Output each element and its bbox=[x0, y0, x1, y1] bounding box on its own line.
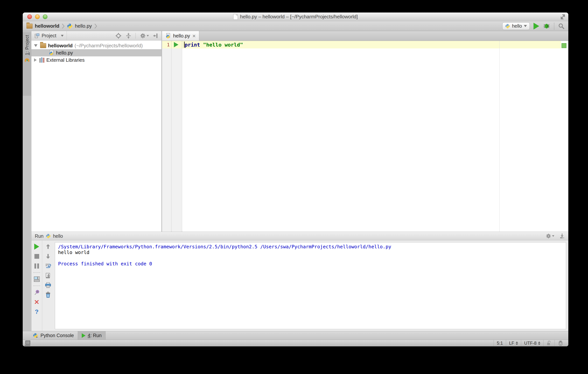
breadcrumb-project[interactable]: helloworld bbox=[35, 23, 59, 29]
tool-window-stripe: 1: Project bbox=[23, 31, 32, 331]
document-icon bbox=[233, 14, 238, 20]
run-gutter-icon[interactable] bbox=[174, 42, 178, 47]
editor-gutter bbox=[162, 41, 182, 232]
search-icon[interactable] bbox=[558, 23, 565, 29]
toolbar-separator bbox=[33, 272, 40, 273]
settings-icon[interactable] bbox=[546, 233, 554, 239]
run-panel-title: Run bbox=[35, 233, 43, 239]
run-tab[interactable]: 4: Run bbox=[78, 331, 106, 340]
run-configuration-select[interactable]: hello bbox=[502, 22, 530, 30]
hide-panel-icon[interactable] bbox=[153, 33, 158, 39]
project-tool-window-button[interactable]: 1: Project bbox=[23, 32, 32, 96]
console-line: /System/Library/Frameworks/Python.framew… bbox=[58, 244, 563, 250]
project-view-selector[interactable]: Project bbox=[32, 31, 67, 40]
python-icon bbox=[505, 24, 510, 29]
encoding-widget[interactable]: UTF-8 bbox=[521, 340, 543, 346]
down-stack-trace-button[interactable] bbox=[45, 253, 52, 259]
title-bar[interactable]: hello.py – helloworld – [~/PycharmProjec… bbox=[23, 12, 568, 21]
close-panel-button[interactable]: ✕ bbox=[33, 299, 40, 305]
minimize-window-button[interactable] bbox=[35, 14, 40, 19]
project-tool-window-label: 1: Project bbox=[25, 35, 30, 55]
expanded-arrow-icon[interactable] bbox=[34, 44, 37, 47]
inspection-profile-icon[interactable] bbox=[555, 340, 567, 346]
python-console-tab[interactable]: Python Console bbox=[29, 331, 78, 340]
window-title-group: hello.py – helloworld – [~/PycharmProjec… bbox=[233, 14, 358, 20]
tab-hello-py[interactable]: hello.py × bbox=[162, 31, 199, 41]
collapsed-arrow-icon[interactable] bbox=[34, 58, 37, 62]
run-panel-header: Run hello bbox=[32, 232, 568, 240]
locate-file-icon[interactable] bbox=[116, 33, 121, 39]
chevron-down-icon bbox=[61, 35, 63, 37]
python-file-icon bbox=[67, 23, 73, 29]
run-tab-play-icon bbox=[82, 333, 85, 338]
console-line: hello world bbox=[58, 250, 563, 255]
stop-button[interactable] bbox=[33, 253, 40, 259]
clear-all-button[interactable] bbox=[45, 292, 52, 298]
window-title: hello.py – helloworld – [~/PycharmProjec… bbox=[240, 14, 358, 20]
fullscreen-icon[interactable] bbox=[560, 14, 566, 20]
updown-arrows-icon bbox=[516, 342, 518, 345]
inspection-status-indicator[interactable] bbox=[562, 43, 567, 48]
hide-panel-icon[interactable] bbox=[559, 233, 565, 239]
libraries-icon bbox=[39, 57, 44, 63]
help-button[interactable]: ? bbox=[33, 309, 40, 315]
code-string: "hello world" bbox=[203, 42, 243, 48]
line-number: 1 bbox=[162, 42, 170, 47]
settings-icon[interactable] bbox=[140, 33, 149, 39]
soft-wrap-button[interactable] bbox=[45, 263, 52, 269]
run-tab-label: 4: Run bbox=[88, 333, 102, 338]
python-file-icon bbox=[166, 33, 171, 39]
collapse-all-icon[interactable] bbox=[126, 33, 131, 39]
debug-button[interactable] bbox=[543, 23, 550, 29]
folder-icon bbox=[26, 24, 32, 29]
run-config-name: hello bbox=[53, 233, 63, 239]
tool-window-bar: Python Console 4: Run bbox=[23, 331, 568, 340]
console-output[interactable]: /System/Library/Frameworks/Python.framew… bbox=[55, 242, 566, 329]
editor-body[interactable]: 1 print "hello world" bbox=[162, 41, 568, 232]
python-file-icon bbox=[49, 50, 54, 56]
code-text: print "hello world" bbox=[185, 42, 243, 48]
main-toolbar: hello bbox=[502, 22, 565, 30]
lock-icon[interactable] bbox=[543, 340, 555, 346]
run-button[interactable] bbox=[534, 23, 539, 30]
chevron-down-icon bbox=[552, 235, 554, 237]
pycharm-window: hello.py – helloworld – [~/PycharmProjec… bbox=[23, 12, 568, 346]
project-view-label: Project bbox=[42, 33, 56, 38]
close-window-button[interactable] bbox=[27, 14, 32, 19]
print-button[interactable] bbox=[45, 282, 52, 289]
tab-label: hello.py bbox=[173, 33, 190, 39]
gutter-separator bbox=[182, 41, 182, 232]
window-controls bbox=[27, 14, 47, 19]
run-console-toolbar bbox=[42, 240, 54, 331]
up-stack-trace-button[interactable] bbox=[45, 243, 52, 250]
scroll-to-end-button[interactable] bbox=[45, 272, 52, 279]
pin-tab-button[interactable] bbox=[33, 289, 40, 296]
line-ending-widget[interactable]: LF bbox=[506, 340, 521, 346]
chevron-down-icon bbox=[524, 25, 527, 27]
pause-button[interactable] bbox=[33, 263, 40, 269]
status-widgets: 5:1 LF UTF-8 bbox=[494, 340, 567, 346]
status-bar: 5:1 LF UTF-8 bbox=[23, 340, 568, 346]
breadcrumb-file[interactable]: hello.py bbox=[75, 23, 92, 29]
tree-row-hello-py[interactable]: hello.py bbox=[32, 49, 161, 56]
run-configuration-label: hello bbox=[512, 23, 522, 29]
run-left-toolbar: ✕ ? bbox=[32, 240, 42, 331]
project-tree: helloworld (~/PycharmProjects/helloworld… bbox=[32, 41, 161, 64]
run-panel-body: ✕ ? bbox=[32, 240, 568, 331]
updown-arrows-icon bbox=[538, 342, 540, 345]
zoom-window-button[interactable] bbox=[43, 14, 47, 19]
toolbar-separator bbox=[33, 286, 40, 286]
navigation-bar: helloworld hello.py hello bbox=[23, 21, 568, 31]
tree-row-external-libraries[interactable]: External Libraries bbox=[32, 56, 161, 64]
console-line bbox=[58, 255, 563, 261]
editor-tab-bar: hello.py × bbox=[162, 31, 568, 41]
chevron-down-icon bbox=[147, 35, 149, 37]
toolbar-separator bbox=[136, 33, 136, 39]
restore-layout-button[interactable] bbox=[33, 276, 40, 282]
close-tab-icon[interactable]: × bbox=[192, 33, 196, 39]
toolwindow-toggle-icon[interactable] bbox=[25, 341, 30, 346]
caret-position-widget[interactable]: 5:1 bbox=[494, 340, 506, 346]
tree-row-project-root[interactable]: helloworld (~/PycharmProjects/helloworld… bbox=[32, 42, 161, 49]
rerun-button[interactable] bbox=[33, 243, 40, 250]
desktop-background: hello.py – helloworld – [~/PycharmProjec… bbox=[0, 0, 588, 374]
